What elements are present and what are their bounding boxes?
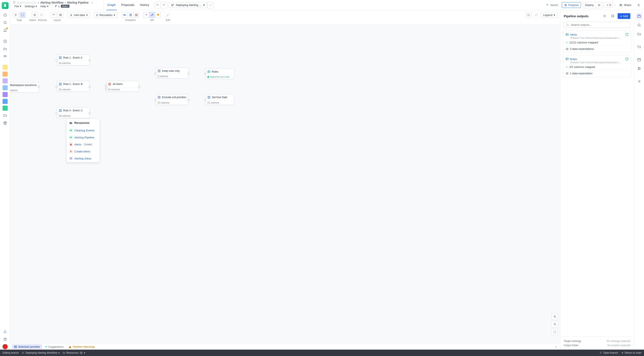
port-out[interactable] xyxy=(138,86,140,88)
menu-help[interactable]: Help ▾ xyxy=(39,4,50,8)
bell-icon[interactable] xyxy=(2,27,8,34)
node-rule3[interactable]: Rule 3 - Event: C 10 columns xyxy=(57,107,90,118)
port-out[interactable] xyxy=(38,86,40,88)
node-exclude-null[interactable]: Exclude null priorities 10 columns xyxy=(156,94,188,105)
apps-icon[interactable] xyxy=(2,53,8,60)
folder-panel-icon[interactable] xyxy=(636,31,642,38)
node-marketplace[interactable]: Marketplace transforms olumns xyxy=(10,82,39,92)
outputs-search[interactable] xyxy=(564,22,630,28)
folder-icon[interactable] xyxy=(2,46,8,52)
deploy-button[interactable]: Deploy xyxy=(583,2,596,8)
clock-icon[interactable] xyxy=(2,38,8,45)
app-tile-4[interactable] xyxy=(2,85,8,90)
resource-alerting-pipeline[interactable]: Alerting Pipeline xyxy=(67,134,100,141)
port-in[interactable] xyxy=(154,72,156,75)
deploy-settings-button[interactable] xyxy=(596,2,602,8)
redo-button[interactable] xyxy=(161,2,167,8)
flask-icon[interactable] xyxy=(2,328,8,335)
propose-button[interactable]: Propose xyxy=(562,2,581,8)
search-icon[interactable] xyxy=(2,19,8,26)
node-all-alerts[interactable]: All Alerts 10 columns xyxy=(106,81,139,92)
port-out[interactable] xyxy=(88,86,91,88)
app-tile-6[interactable] xyxy=(2,99,8,104)
undo-button[interactable] xyxy=(154,2,161,8)
port-in[interactable] xyxy=(204,99,206,101)
error-pill[interactable]: 6 xyxy=(604,2,613,8)
aip-bulb[interactable] xyxy=(155,12,161,18)
node-due-date[interactable]: Set Due Date 11 columns xyxy=(205,94,234,105)
output-name[interactable]: Rules xyxy=(570,58,577,61)
collapse-icon[interactable] xyxy=(636,78,642,85)
node-rule2[interactable]: Rule 2 - Event: B 10 columns xyxy=(57,81,90,92)
add-data-button[interactable]: Add data ▾ xyxy=(67,12,90,18)
share-button[interactable]: Share xyxy=(617,2,633,8)
output-card-rules[interactable]: Rules /Palantir Tutor Shared Namespace/d… xyxy=(563,55,631,77)
legend-button[interactable]: Legend ▾ xyxy=(541,12,558,18)
tab-history[interactable]: History xyxy=(139,0,150,10)
resource-create-alerts[interactable]: Create Alerts xyxy=(67,148,100,155)
cube-icon[interactable] xyxy=(2,120,8,126)
open-branch-button[interactable]: Open branch xyxy=(600,351,618,354)
search-canvas-button[interactable] xyxy=(526,12,532,18)
port-out[interactable] xyxy=(188,99,190,101)
aip-sparkle[interactable] xyxy=(143,12,149,18)
return-to-main-button[interactable]: ✕ Return to main xyxy=(622,351,642,354)
node-rule1[interactable]: Rule 1 - Event: A 10 columns xyxy=(57,54,90,65)
output-name[interactable]: Alerts xyxy=(570,33,577,36)
resource-alerts[interactable]: Alerts Created xyxy=(67,141,100,148)
add-output-button[interactable]: + Add xyxy=(618,13,630,19)
port-in[interactable] xyxy=(105,88,107,90)
adjust-icon[interactable] xyxy=(636,65,642,72)
more-button[interactable]: ⋯ xyxy=(207,2,214,8)
port-in[interactable] xyxy=(204,72,206,75)
avatar[interactable] xyxy=(2,344,8,349)
transform-join[interactable] xyxy=(122,12,127,18)
resource-alerting-inbox[interactable]: Alerting Inbox xyxy=(67,155,100,162)
port-in[interactable] xyxy=(56,60,58,62)
zoom-fit-button[interactable] xyxy=(552,329,558,335)
deploying-dropdown[interactable]: Deploying Alerting … ▾ xyxy=(169,2,207,8)
graph-icon[interactable] xyxy=(610,13,616,19)
aip-wand[interactable] xyxy=(149,12,155,18)
tab-suggestions[interactable]: ✦ Suggestions xyxy=(43,344,66,349)
port-in[interactable] xyxy=(56,112,58,114)
canvas[interactable]: Marketplace transforms olumns Rule 1 - E… xyxy=(10,25,560,344)
star-icon[interactable]: ☆ xyxy=(91,1,94,4)
search-input[interactable] xyxy=(571,23,628,26)
port-out[interactable] xyxy=(88,60,91,62)
collapse-button[interactable] xyxy=(554,344,558,349)
tool-align[interactable] xyxy=(51,12,57,18)
output-card-alerts[interactable]: Alerts /Palantir Tutor Shared Namespace/… xyxy=(563,30,631,53)
home-icon[interactable] xyxy=(2,12,8,18)
tool-cursor[interactable] xyxy=(13,12,19,18)
status-resources[interactable]: Resources 5 ▾ xyxy=(62,351,85,354)
help-icon[interactable] xyxy=(2,336,8,343)
transform-filter[interactable] xyxy=(133,12,139,18)
calendar-icon[interactable] xyxy=(636,56,642,63)
search-panel-icon[interactable] xyxy=(636,22,642,28)
app-tile-1[interactable] xyxy=(2,65,8,70)
outputs-icon[interactable] xyxy=(636,13,642,20)
port-out[interactable] xyxy=(88,112,91,114)
tool-grid[interactable] xyxy=(58,12,64,18)
port-out[interactable] xyxy=(188,72,190,75)
port-in[interactable] xyxy=(154,99,156,101)
crumb-root[interactable]: dashsush-tutor xyxy=(17,1,37,4)
app-tile-3[interactable] xyxy=(2,78,8,84)
tool-target[interactable] xyxy=(32,12,38,18)
menu-settings[interactable]: Settings ▾ xyxy=(23,4,39,8)
port-in[interactable] xyxy=(56,86,58,88)
app-logo[interactable] xyxy=(2,2,8,9)
tab-graph[interactable]: Graph xyxy=(106,0,116,10)
list-toggle-icon[interactable] xyxy=(635,2,642,8)
transform-union[interactable] xyxy=(127,12,133,18)
node-rules-out[interactable]: Rules Deployment up-to-date xyxy=(205,68,234,79)
gear-icon[interactable] xyxy=(602,13,608,19)
resource-cleaning-events[interactable]: Cleaning Events xyxy=(67,127,100,134)
app-tile-5[interactable] xyxy=(2,92,8,97)
zoom-out-button[interactable] xyxy=(552,321,558,328)
port-in[interactable] xyxy=(105,86,107,88)
tool-marquee[interactable] xyxy=(20,12,26,18)
node-keep-rules[interactable]: Keep rules only 2 columns xyxy=(156,68,188,78)
crumb-pipeline[interactable]: Alerting Pipeline xyxy=(67,1,88,4)
